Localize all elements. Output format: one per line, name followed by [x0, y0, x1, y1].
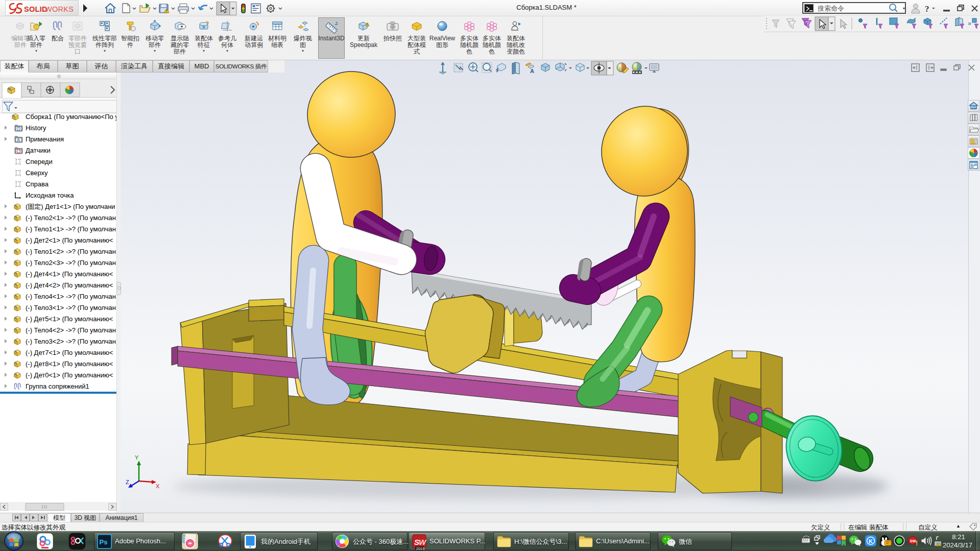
svg-text:!: ! — [165, 9, 166, 13]
svg-text:Ps: Ps — [100, 538, 108, 546]
svg-text:Z: Z — [126, 479, 129, 485]
svg-text:A: A — [17, 137, 20, 142]
svg-text:X: X — [156, 483, 160, 489]
svg-text:K: K — [869, 538, 873, 544]
svg-text:!: ! — [916, 539, 918, 547]
svg-text:!: ! — [367, 23, 368, 27]
svg-text:SOLID: SOLID — [24, 5, 47, 13]
svg-text:?: ? — [925, 4, 929, 14]
svg-text:Y: Y — [135, 454, 139, 461]
svg-text:WORKS: WORKS — [45, 5, 74, 13]
svg-text:2019: 2019 — [416, 546, 425, 550]
svg-text:A: A — [530, 68, 534, 74]
svg-text:W: W — [419, 538, 427, 546]
